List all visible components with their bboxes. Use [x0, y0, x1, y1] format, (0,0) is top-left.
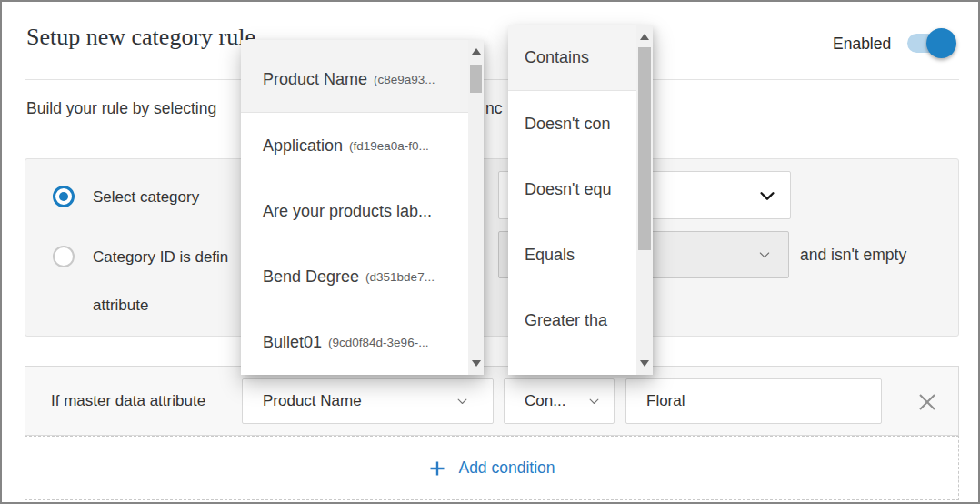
radio-select-category-label[interactable]: Select category — [93, 188, 199, 207]
scroll-down-icon[interactable] — [472, 360, 481, 367]
condition-value-input[interactable] — [625, 378, 882, 424]
condition-attribute-select[interactable]: Product Name — [242, 378, 494, 424]
condition-prefix-label: If master data attribute — [51, 392, 205, 410]
option-label: Application — [263, 136, 343, 156]
option-id: (9cd0f84d-3e96-... — [328, 336, 428, 349]
chevron-down-icon — [455, 395, 469, 408]
radio-category-id-label-line2[interactable]: attribute — [93, 297, 148, 315]
attribute-option-bullet01[interactable]: Bullet01 (9cd0f84d-3e96-... — [241, 309, 484, 375]
operator-dropdown-panel: Contains Doesn't con Doesn't equ Equals … — [508, 25, 653, 375]
condition-attribute-select-value: Product Name — [263, 392, 362, 410]
page-title: Setup new category rule — [26, 24, 255, 51]
condition-operator-select-value: Con... — [525, 392, 565, 410]
attribute-option-are-your-products[interactable]: Are your products lab... — [241, 178, 484, 244]
option-id: (fd19ea0a-f0... — [349, 139, 429, 153]
chevron-down-icon — [587, 395, 601, 408]
operator-option-contains[interactable]: Contains — [508, 25, 653, 91]
intro-text-fragment: nc — [485, 99, 502, 118]
radio-select-category[interactable] — [53, 186, 75, 207]
chevron-down-icon — [757, 247, 772, 262]
enabled-toggle-knob[interactable] — [926, 28, 956, 58]
operator-option-doesnt-equal[interactable]: Doesn't equ — [508, 156, 653, 222]
radio-category-id-label-line1[interactable]: Category ID is defin — [93, 248, 244, 267]
option-id: (c8e9a93... — [374, 73, 435, 86]
scrollbar-thumb[interactable] — [470, 65, 482, 93]
chevron-down-icon — [757, 186, 777, 206]
remove-condition-button[interactable] — [916, 391, 938, 413]
operator-option-doesnt-contain[interactable]: Doesn't con — [508, 91, 653, 156]
option-id: (d351bde7... — [365, 270, 435, 284]
plus-icon — [428, 459, 446, 478]
attribute-dropdown-panel: Product Name (c8e9a93... Application (fd… — [241, 40, 484, 375]
enabled-toggle-label: Enabled — [833, 35, 891, 54]
attribute-option-bend-degree[interactable]: Bend Degree (d351bde7... — [241, 244, 484, 309]
option-label: Are your products lab... — [263, 202, 432, 221]
operator-option-equals[interactable]: Equals — [508, 222, 653, 287]
scroll-down-icon[interactable] — [640, 360, 649, 367]
setup-category-rule-dialog: Setup new category rule Enabled Build yo… — [0, 0, 980, 504]
condition-operator-select[interactable]: Con... — [504, 378, 615, 424]
radio-category-id[interactable] — [53, 246, 75, 267]
add-condition-button[interactable]: Add condition — [25, 436, 959, 500]
operator-dropdown-scrollbar[interactable] — [636, 25, 653, 375]
scroll-up-icon[interactable] — [472, 48, 481, 55]
option-label: Bend Degree — [263, 267, 359, 287]
attribute-option-product-name[interactable]: Product Name (c8e9a93... — [241, 47, 484, 113]
isnt-empty-label: and isn't empty — [800, 246, 906, 265]
scrollbar-thumb[interactable] — [638, 47, 651, 250]
scroll-up-icon[interactable] — [640, 34, 649, 40]
close-icon — [916, 391, 938, 413]
header-divider — [25, 79, 959, 80]
attribute-dropdown-scrollbar[interactable] — [468, 40, 484, 375]
condition-row: If master data attribute Product Name Co… — [25, 366, 959, 436]
intro-text: Build your rule by selecting — [26, 99, 216, 118]
option-label: Bullet01 — [263, 333, 322, 352]
option-label: Product Name — [263, 70, 367, 89]
category-choice-panel: Select category Category ID is defin att… — [25, 158, 959, 337]
operator-option-greater-than[interactable]: Greater tha — [508, 287, 653, 353]
add-condition-label: Add condition — [458, 459, 555, 478]
attribute-option-application[interactable]: Application (fd19ea0a-f0... — [241, 113, 484, 178]
